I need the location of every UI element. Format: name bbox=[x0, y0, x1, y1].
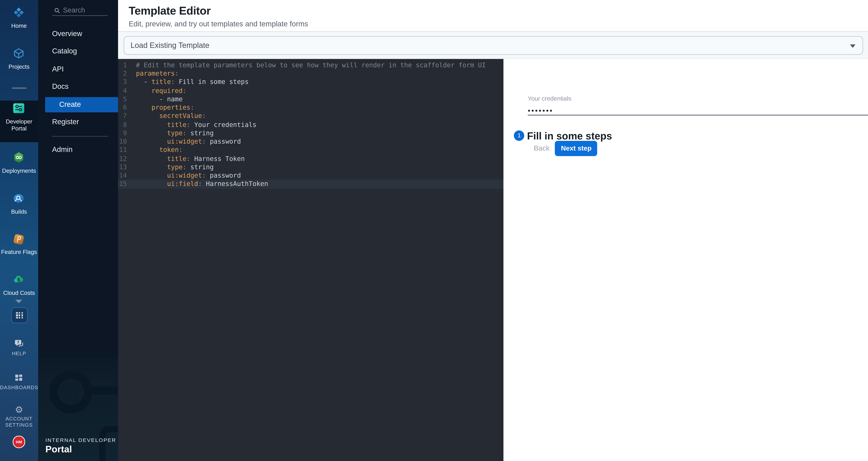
svg-text:?: ? bbox=[17, 340, 19, 344]
main-content: Template Editor Edit, preview, and try o… bbox=[118, 0, 868, 461]
sidebar-item-cloud-costs[interactable]: $ bbox=[0, 273, 38, 286]
help-chat-icon: ? bbox=[13, 338, 25, 350]
line-number: 3 bbox=[118, 78, 127, 86]
code-text: title: Your credentials bbox=[136, 120, 256, 129]
code-line[interactable]: 11 token: bbox=[118, 146, 503, 154]
sidebar-item-projects-label: Projects bbox=[0, 64, 38, 70]
code-text: properties: bbox=[136, 103, 194, 112]
projects-icon bbox=[13, 47, 25, 60]
home-icon bbox=[13, 6, 25, 19]
sidebar-item-builds[interactable] bbox=[0, 192, 38, 205]
code-line[interactable]: 10 ui:widget: password bbox=[118, 137, 503, 146]
line-number: 13 bbox=[118, 163, 127, 171]
line-number: 5 bbox=[118, 95, 127, 103]
next-step-button[interactable]: Next step bbox=[555, 141, 597, 156]
sidebar-item-feature-flags[interactable] bbox=[0, 233, 38, 245]
code-text: required: bbox=[136, 86, 186, 95]
yaml-code-editor[interactable]: 1# Edit the template parameters below to… bbox=[118, 59, 503, 461]
page-title: Template Editor bbox=[129, 4, 211, 17]
line-number: 2 bbox=[118, 69, 127, 78]
code-text: title: Harness Token bbox=[136, 154, 245, 163]
nav-collapse-chevron-icon[interactable] bbox=[16, 299, 23, 303]
step-title: Fill in some steps bbox=[527, 130, 612, 141]
line-number: 11 bbox=[118, 146, 127, 154]
brand-line-1: INTERNAL DEVELOPER bbox=[45, 437, 116, 443]
code-text: token: bbox=[136, 146, 183, 154]
code-line[interactable]: 8 title: Your credentials bbox=[118, 120, 503, 129]
cloud-costs-icon: $ bbox=[13, 273, 25, 286]
sidebar-item-developer-portal[interactable] bbox=[0, 101, 38, 115]
code-lines: 1# Edit the template parameters below to… bbox=[118, 61, 503, 188]
line-number: 9 bbox=[118, 129, 127, 137]
sidebar-item-account-settings[interactable]: ⚙ bbox=[0, 403, 38, 416]
code-line[interactable]: 4 required: bbox=[118, 86, 503, 95]
code-line[interactable]: 15 ui:field: HarnessAuthToken bbox=[118, 180, 503, 188]
module-nav: Home Projects bbox=[0, 0, 38, 461]
credentials-field-label: Your credentials bbox=[528, 95, 571, 102]
code-line[interactable]: 13 type: string bbox=[118, 163, 503, 171]
sidebar-item-admin[interactable]: Admin bbox=[38, 142, 118, 157]
sidebar-item-deployments[interactable] bbox=[0, 151, 38, 164]
line-number: 15 bbox=[118, 180, 127, 188]
load-template-select[interactable]: Load Existing Template bbox=[124, 36, 863, 55]
code-line[interactable]: 2parameters: bbox=[118, 69, 503, 78]
sidebar-item-help[interactable]: ? bbox=[0, 338, 38, 350]
sidebar-item-create[interactable]: Create bbox=[45, 97, 118, 113]
module-picker-button[interactable] bbox=[11, 307, 28, 324]
sidebar-item-projects[interactable] bbox=[0, 47, 38, 60]
feature-flags-icon bbox=[13, 233, 25, 245]
portal-sidebar: Search Overview Catalog API Docs Create … bbox=[38, 0, 118, 461]
dashboards-icon bbox=[13, 372, 25, 384]
code-text: - title: Fill in some steps bbox=[136, 78, 249, 86]
line-number: 4 bbox=[118, 86, 127, 95]
code-text: type: string bbox=[136, 129, 214, 137]
code-line[interactable]: 3 - title: Fill in some steps bbox=[118, 78, 503, 86]
step-number-badge: 1 bbox=[514, 130, 524, 141]
code-text: ui:widget: password bbox=[136, 171, 241, 180]
sidebar-item-home-label: Home bbox=[0, 23, 38, 30]
developer-portal-icon bbox=[12, 101, 26, 115]
sidebar-item-docs[interactable]: Docs bbox=[38, 79, 118, 94]
sidebar-item-home[interactable] bbox=[0, 6, 38, 19]
gear-icon: ⚙ bbox=[15, 404, 23, 415]
code-text: # Edit the template parameters below to … bbox=[136, 61, 486, 69]
back-button[interactable]: Back bbox=[531, 143, 552, 153]
line-number: 14 bbox=[118, 171, 127, 180]
line-number: 12 bbox=[118, 154, 127, 163]
page-subtitle: Edit, preview, and try out templates and… bbox=[129, 19, 308, 27]
template-load-bar: Load Existing Template ✕ bbox=[118, 31, 868, 59]
code-line[interactable]: 9 type: string bbox=[118, 129, 503, 137]
sidebar-item-dashboards-label: DASHBOARDS bbox=[0, 384, 38, 391]
user-avatar[interactable]: HM bbox=[13, 436, 25, 448]
code-text: ui:field: HarnessAuthToken bbox=[136, 180, 268, 188]
line-number: 6 bbox=[118, 103, 127, 112]
sidebar-item-cloud-costs-label: Cloud Costs bbox=[0, 290, 38, 297]
line-number: 7 bbox=[118, 112, 127, 120]
sidebar-item-api[interactable]: API bbox=[38, 61, 118, 77]
code-line[interactable]: 5 - name bbox=[118, 95, 503, 103]
apps-grid-icon bbox=[16, 312, 23, 319]
code-line[interactable]: 12 title: Harness Token bbox=[118, 154, 503, 163]
code-text: ui:widget: password bbox=[136, 137, 241, 146]
code-line[interactable]: 1# Edit the template parameters below to… bbox=[118, 61, 503, 69]
code-line[interactable]: 14 ui:widget: password bbox=[118, 171, 503, 180]
sidebar-item-overview[interactable]: Overview bbox=[38, 26, 118, 42]
credentials-input-underline bbox=[528, 115, 868, 116]
sidebar-divider bbox=[52, 136, 108, 137]
sidebar-item-register[interactable]: Register bbox=[38, 114, 118, 130]
code-text: - name bbox=[136, 95, 183, 103]
sidebar-item-builds-label: Builds bbox=[0, 209, 38, 216]
credentials-password-input[interactable]: ••••••• bbox=[528, 106, 553, 114]
code-text: parameters: bbox=[136, 69, 179, 78]
code-line[interactable]: 7 secretValue: bbox=[118, 112, 503, 120]
line-number: 8 bbox=[118, 120, 127, 129]
sidebar-search[interactable]: Search bbox=[38, 5, 118, 15]
sidebar-item-dashboards[interactable] bbox=[0, 372, 38, 384]
search-input[interactable]: Search bbox=[63, 6, 85, 14]
sidebar-item-catalog[interactable]: Catalog bbox=[38, 44, 118, 59]
code-line[interactable]: 6 properties: bbox=[118, 103, 503, 112]
line-number: 1 bbox=[118, 61, 127, 69]
brand-line-2: Portal bbox=[45, 443, 72, 454]
chevron-down-icon bbox=[849, 44, 855, 48]
code-text: type: string bbox=[136, 163, 214, 171]
